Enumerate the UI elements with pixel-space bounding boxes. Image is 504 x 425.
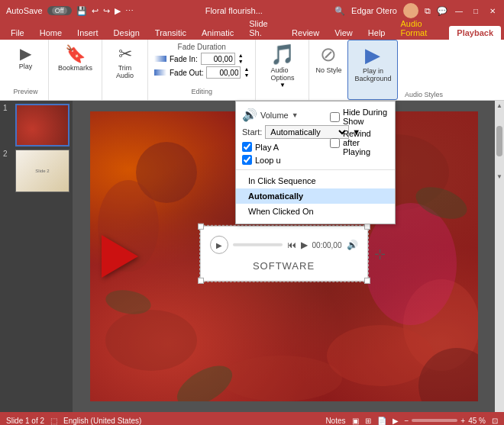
audio-styles-label: Audio Styles xyxy=(405,91,443,98)
tab-help[interactable]: Help xyxy=(360,26,393,40)
tab-audio-format[interactable]: Audio Format xyxy=(393,17,449,40)
tab-file[interactable]: File xyxy=(3,26,32,40)
tab-review[interactable]: Review xyxy=(284,26,327,40)
zoom-level[interactable]: 45 % xyxy=(468,417,486,425)
rewind-checkbox[interactable] xyxy=(330,138,340,148)
fade-out-down[interactable]: ▼ xyxy=(244,72,249,79)
fade-in-down[interactable]: ▼ xyxy=(238,59,244,65)
svg-point-7 xyxy=(136,142,197,203)
preview-group-label: Preview xyxy=(13,88,37,97)
zoom-in-icon[interactable]: + xyxy=(460,417,465,425)
slide-image-1[interactable] xyxy=(15,104,69,146)
tab-insert[interactable]: Insert xyxy=(69,26,106,40)
handle-tr[interactable] xyxy=(364,224,370,230)
reading-view-icon[interactable]: 📄 xyxy=(377,417,386,425)
fade-controls: Fade In: ▲▼ Fade Out: ▲▼ xyxy=(154,53,249,79)
fade-out-up[interactable]: ▲ xyxy=(244,66,249,72)
handle-tl[interactable] xyxy=(198,224,204,230)
tab-slideshow[interactable]: Slide Sh. xyxy=(241,17,284,40)
menu-item-in-click-sequence[interactable]: In Click Sequence xyxy=(236,173,395,188)
audio-options-icon: 🎵 xyxy=(270,43,295,66)
fade-in-input[interactable] xyxy=(201,53,235,65)
volume-icon: 🔊 xyxy=(242,108,257,122)
undo-icon[interactable]: ↩ xyxy=(92,6,99,16)
normal-view-icon[interactable]: ▣ xyxy=(352,417,359,425)
play-in-background-button[interactable]: ▶ Play inBackground xyxy=(347,40,398,100)
play-across-label: Play A xyxy=(255,143,279,152)
slide-thumb-2[interactable]: 2 Slide 2 xyxy=(3,150,69,192)
svg-point-2 xyxy=(220,356,342,401)
editing-group-label: Editing xyxy=(191,88,212,97)
ribbon-group-trim: ✂ TrimAudio xyxy=(102,40,148,100)
play-button[interactable]: ▶ Play xyxy=(16,43,36,72)
vertical-scrollbar[interactable]: ▲ ▼ xyxy=(495,101,504,412)
bookmarks-label: Bookmarks xyxy=(58,64,92,72)
save-icon[interactable]: 💾 xyxy=(76,6,87,16)
scroll-thumb[interactable] xyxy=(496,126,502,156)
close-btn[interactable]: ✕ xyxy=(487,5,498,16)
hide-during-label: Hide During Show xyxy=(343,108,389,126)
ribbon-group-preview: ▶ Play Preview xyxy=(3,40,49,100)
scroll-down-arrow[interactable]: ▼ xyxy=(495,172,504,182)
search-icon[interactable]: 🔍 xyxy=(334,6,345,16)
share-icon[interactable]: ⧉ xyxy=(425,6,431,16)
minimize-btn[interactable]: — xyxy=(454,5,464,16)
tab-design[interactable]: Design xyxy=(106,26,147,40)
selection-border xyxy=(199,225,369,282)
autosave-toggle[interactable]: Off xyxy=(47,6,72,15)
tab-animations[interactable]: Animatic xyxy=(194,26,241,40)
customize-icon[interactable]: ⋯ xyxy=(125,6,134,16)
fade-in-spinner[interactable]: ▲▼ xyxy=(238,53,244,65)
slide-sorter-icon[interactable]: ⊞ xyxy=(365,417,371,425)
right-options: Hide During Show Rewind after Playing xyxy=(324,106,395,158)
trim-audio-button[interactable]: ✂ TrimAudio xyxy=(113,43,137,81)
volume-label: Volume xyxy=(260,111,289,120)
present-icon[interactable]: ▶ xyxy=(115,6,121,16)
play-bg-icon: ▶ xyxy=(365,43,380,67)
menu-item-automatically[interactable]: Automatically xyxy=(236,188,395,204)
handle-br[interactable] xyxy=(364,278,370,284)
redo-icon[interactable]: ↪ xyxy=(103,6,110,16)
ribbon-tabs: File Home Insert Design Transitic Animat… xyxy=(0,21,504,40)
bookmarks-icon: 🔖 xyxy=(65,44,86,64)
maximize-btn[interactable]: □ xyxy=(470,5,481,16)
tab-playback[interactable]: Playback xyxy=(449,26,501,40)
audio-options-button[interactable]: 🎵 AudioOptions ▼ xyxy=(256,40,309,100)
bookmarks-button[interactable]: 🔖 Bookmarks xyxy=(55,43,95,73)
fit-slide-icon[interactable]: ⊡ xyxy=(492,417,498,425)
loop-checkbox[interactable] xyxy=(242,155,252,165)
trim-icon: ✂ xyxy=(118,44,132,64)
slide-num-2: 2 xyxy=(3,150,12,158)
tab-view[interactable]: View xyxy=(327,26,360,40)
tab-transitions[interactable]: Transitic xyxy=(147,26,194,40)
comment-icon[interactable]: 💬 xyxy=(437,6,447,16)
slide-info: Slide 1 of 2 xyxy=(6,417,44,425)
play-across-checkbox[interactable] xyxy=(242,142,252,152)
svg-point-0 xyxy=(105,310,197,371)
audio-options-label: AudioOptions xyxy=(270,66,294,82)
fade-in-up[interactable]: ▲ xyxy=(238,53,244,59)
play-bg-label: Play inBackground xyxy=(354,67,391,82)
slideshow-icon[interactable]: ▶ xyxy=(393,417,399,425)
fade-duration-label: Fade Duration xyxy=(178,43,226,51)
no-style-button[interactable]: ⊘ No Style xyxy=(309,40,347,100)
tab-home[interactable]: Home xyxy=(32,26,69,40)
slide-thumb-1[interactable]: 1 xyxy=(3,104,69,146)
move-handle[interactable]: ⊹ xyxy=(374,245,386,262)
status-bar: Slide 1 of 2 ⬚ English (United States) N… xyxy=(0,412,504,425)
rewind-label: Rewind after Playing xyxy=(343,129,389,156)
zoom-out-icon[interactable]: − xyxy=(405,417,409,425)
fade-out-input[interactable] xyxy=(206,66,241,79)
zoom-slider[interactable] xyxy=(412,419,457,422)
slide-image-2[interactable]: Slide 2 xyxy=(15,150,69,192)
zoom-controls: − + 45 % xyxy=(405,417,486,425)
fade-in-row: Fade In: ▲▼ xyxy=(154,53,249,65)
scroll-up-arrow[interactable]: ▲ xyxy=(495,101,504,111)
hide-during-checkbox[interactable] xyxy=(330,112,340,122)
fade-out-spinner[interactable]: ▲▼ xyxy=(244,66,249,79)
handle-bl[interactable] xyxy=(198,278,204,284)
accessibility-icon: ⬚ xyxy=(50,417,57,425)
menu-item-when-clicked-on[interactable]: When Clicked On xyxy=(236,204,395,219)
volume-arrow[interactable]: ▼ xyxy=(292,111,299,119)
notes-button[interactable]: Notes xyxy=(325,417,345,425)
